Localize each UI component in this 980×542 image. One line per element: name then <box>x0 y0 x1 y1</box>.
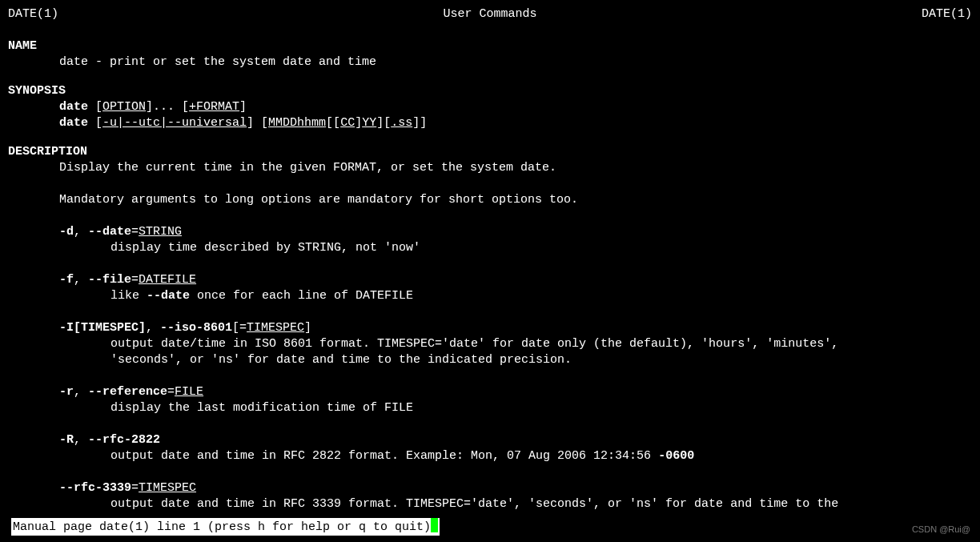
pager-status-bar[interactable]: Manual page date(1) line 1 (press h for … <box>11 518 440 536</box>
flag-r-short: -r <box>59 385 74 399</box>
arg-file: FILE <box>175 385 203 399</box>
name-text: date - print or set the system date and … <box>8 54 972 70</box>
opt-r: -r, --reference=FILE <box>8 384 972 400</box>
arg-datefile: DATEFILE <box>139 273 196 287</box>
opt-I: -I[TIMESPEC], --iso-8601[=TIMESPEC] <box>8 320 972 336</box>
header-left: DATE(1) <box>8 6 58 22</box>
opt-f: -f, --file=DATEFILE <box>8 272 972 288</box>
arg-string: STRING <box>139 225 182 239</box>
opt-r-desc: display the last modification time of FI… <box>8 400 972 416</box>
tz-offset: -0600 <box>658 449 694 463</box>
man-header: DATE(1) User Commands DATE(1) <box>0 0 980 26</box>
flag-f-short: -f <box>59 273 74 287</box>
syn-format: +FORMAT <box>189 100 239 114</box>
syn-cmd2: date <box>59 116 88 130</box>
flag-R-long: --rfc-2822 <box>88 433 160 447</box>
header-right: DATE(1) <box>922 6 972 22</box>
opt-d: -d, --date=STRING <box>8 224 972 240</box>
watermark: CSDN @Rui@ <box>912 521 970 537</box>
syn-yy: YY <box>362 116 376 130</box>
syn-option: OPTION <box>102 100 146 114</box>
flag-f-long: --file <box>88 273 131 287</box>
opt-rfc3339-desc: output date and time in RFC 3339 format.… <box>8 496 972 512</box>
syn-cc: CC <box>340 116 355 130</box>
flag-date-ref: --date <box>147 289 190 303</box>
syn-utc: -u|--utc|--universal <box>102 116 247 130</box>
header-center: User Commands <box>443 6 536 22</box>
flag-r-long: --reference <box>88 385 167 399</box>
flag-d-long: --date <box>88 225 131 239</box>
opt-R: -R, --rfc-2822 <box>8 432 972 448</box>
flag-rfc3339: --rfc-3339 <box>59 481 131 495</box>
opt-I-desc1: output date/time in ISO 8601 format. TIM… <box>8 336 972 352</box>
syn-cmd: date <box>59 100 88 114</box>
opt-d-desc: display time described by STRING, not 'n… <box>8 240 972 256</box>
opt-R-desc: output date and time in RFC 2822 format.… <box>8 448 972 464</box>
cursor-icon <box>431 518 438 532</box>
flag-I-short: -I[TIMESPEC] <box>59 321 146 335</box>
syn-mmdd: MMDDhhmm <box>268 116 326 130</box>
opt-I-desc2: 'seconds', or 'ns' for date and time to … <box>8 352 972 368</box>
man-page-screen[interactable]: DATE(1) User Commands DATE(1) NAME date … <box>0 0 980 542</box>
opt-f-desc: like --date once for each line of DATEFI… <box>8 288 972 304</box>
arg-timespec: TIMESPEC <box>247 321 304 335</box>
flag-I-long: --iso-8601 <box>160 321 232 335</box>
flag-R-short: -R <box>59 433 74 447</box>
synopsis-line1: date [OPTION]... [+FORMAT] <box>8 99 972 115</box>
desc-intro1: Display the current time in the given FO… <box>8 160 972 176</box>
pager-status-text: Manual page date(1) line 1 (press h for … <box>13 520 431 534</box>
syn-ss: .ss <box>391 116 412 130</box>
opt-rfc3339: --rfc-3339=TIMESPEC <box>8 480 972 496</box>
arg-timespec2: TIMESPEC <box>139 481 196 495</box>
section-name-heading: NAME <box>8 38 972 54</box>
flag-d-short: -d <box>59 225 74 239</box>
synopsis-line2: date [-u|--utc|--universal] [MMDDhhmm[[C… <box>8 115 972 131</box>
desc-intro2: Mandatory arguments to long options are … <box>8 192 972 208</box>
section-synopsis-heading: SYNOPSIS <box>8 83 972 99</box>
man-body: NAME date - print or set the system date… <box>0 38 980 512</box>
section-description-heading: DESCRIPTION <box>8 144 972 160</box>
